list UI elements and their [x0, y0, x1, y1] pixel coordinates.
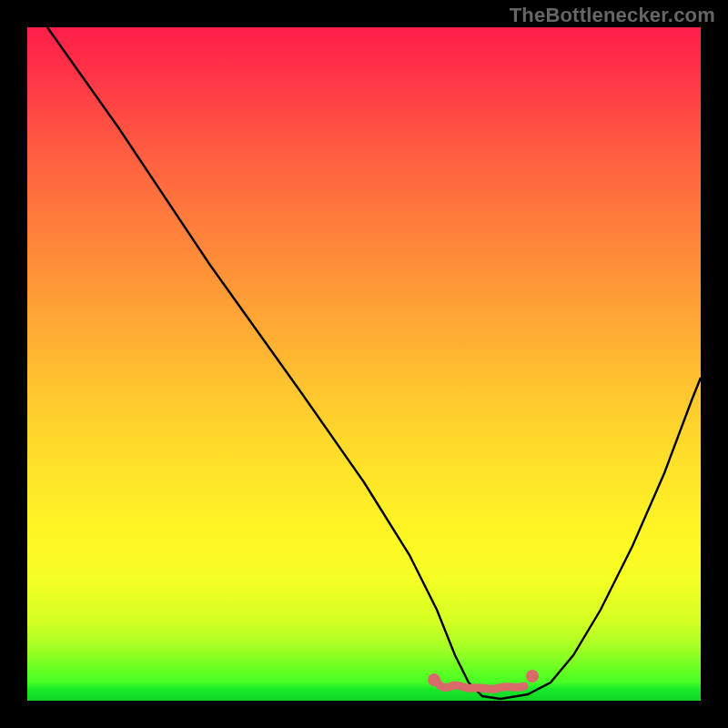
min-marker-left [428, 673, 440, 686]
chart-area [27, 27, 701, 701]
min-marker-right [526, 670, 539, 682]
minimum-highlight [27, 27, 701, 701]
watermark-text: TheBottlenecker.com [510, 4, 715, 27]
